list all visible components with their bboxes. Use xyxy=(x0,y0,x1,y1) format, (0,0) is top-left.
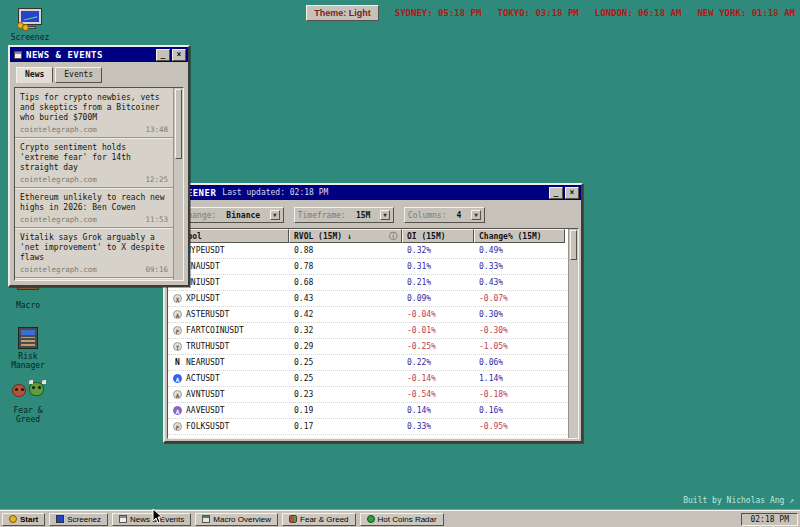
desktop-icon-risk-manager[interactable]: Risk Manager xyxy=(2,327,54,370)
newspaper-icon xyxy=(14,51,22,59)
change-cell: -1.05% xyxy=(474,342,565,351)
column-header[interactable]: RVOL (15M) ↓ⓘ xyxy=(289,229,402,243)
table-row[interactable]: EENAUSDT0.780.31%0.33% xyxy=(168,259,568,275)
dropdown-value: 15M xyxy=(350,211,376,220)
symbol-cell: NNEARUSDT xyxy=(168,358,289,367)
start-button[interactable]: Start xyxy=(2,513,45,526)
oi-cell: 0.21% xyxy=(402,278,474,287)
oi-cell: 0.14% xyxy=(402,406,474,415)
symbol-text: HYPEUSDT xyxy=(186,246,225,255)
table-row[interactable]: AAAVEUSDT0.190.14%0.16% xyxy=(168,403,568,419)
close-button[interactable]: × xyxy=(172,49,186,61)
news-events-window[interactable]: NEWS & EVENTS _ × News Events Tips for c… xyxy=(8,45,190,287)
taskbar-button-screenez[interactable]: Screenez xyxy=(49,513,108,526)
news-item[interactable]: Ethereum unlikely to reach new highs in … xyxy=(15,188,173,228)
taskbar-button-label: Fear & Greed xyxy=(300,515,348,524)
coin-badge-icon: T xyxy=(173,342,182,351)
table-row[interactable]: AAVNTUSDT0.23-0.54%-0.18% xyxy=(168,387,568,403)
table-row[interactable]: HHYPEUSDT0.880.32%0.49% xyxy=(168,243,568,259)
column-header[interactable]: OI (15M) xyxy=(402,229,474,243)
scrollbar-thumb[interactable] xyxy=(175,89,182,159)
theme-toggle-button[interactable]: Theme: Light xyxy=(306,5,379,21)
change-cell: -0.95% xyxy=(474,422,565,431)
table-row[interactable]: NNIGHTUSDT0.170.22%0.10% xyxy=(168,435,568,438)
screener-titlebar[interactable]: SCREENER Last updated: 02:18 PM _ × xyxy=(165,185,581,200)
taskbar-button-label: Macro Overview xyxy=(213,515,271,524)
change-cell: -0.07% xyxy=(474,294,565,303)
rvol-cell: 0.17 xyxy=(289,422,402,431)
news-item[interactable]: Tips for crypto newbies, vets and skepti… xyxy=(15,88,173,138)
dropdown-value: 4 xyxy=(450,211,467,220)
dropdown-label: Columns: xyxy=(408,211,447,220)
chevron-down-icon: ▼ xyxy=(471,210,481,220)
tab-events[interactable]: Events xyxy=(55,67,102,83)
news-meta: cointelegraph.com11:53 xyxy=(20,215,168,224)
desktop-icon-label: Risk Manager xyxy=(2,352,54,370)
change-cell: 0.30% xyxy=(474,310,565,319)
taskbar-button-macro-overview[interactable]: Macro Overview xyxy=(195,513,278,526)
change-cell: 0.06% xyxy=(474,358,565,367)
oi-cell: -0.54% xyxy=(402,390,474,399)
symbol-cell: FFARTCOINUSDT xyxy=(168,326,289,335)
news-meta: cointelegraph.com09:16 xyxy=(20,265,168,274)
table-row[interactable]: UUNIUSDT0.680.21%0.43% xyxy=(168,275,568,291)
news-item[interactable]: Bitcoin market fundamentals 'couldn't be… xyxy=(15,278,173,280)
taskbar-button-hot-coins-radar[interactable]: Hot Coins Radar xyxy=(360,513,444,526)
coin-badge-icon: X xyxy=(173,294,182,303)
news-headline: Crypto sentiment holds 'extreme fear' fo… xyxy=(20,143,168,173)
taskbar-button-label: Screenez xyxy=(67,515,101,524)
rvol-cell: 0.32 xyxy=(289,326,402,335)
screener-controls: Exchange:Binance▼Timeframe:15M▼Columns:4… xyxy=(169,204,485,226)
symbol-text: ACTUSDT xyxy=(186,374,220,383)
news-item[interactable]: Vitalik says Grok arguably a 'net improv… xyxy=(15,228,173,278)
desktop-icon-fear-greed[interactable]: Fear & Greed xyxy=(2,381,54,424)
news-meta: cointelegraph.com12:25 xyxy=(20,175,168,184)
taskbar-button-fear-greed[interactable]: Fear & Greed xyxy=(282,513,355,526)
table-row[interactable]: AACTUSDT0.25-0.14%1.14% xyxy=(168,371,568,387)
timeframe-dropdown[interactable]: Timeframe:15M▼ xyxy=(294,207,394,223)
oi-cell: -0.25% xyxy=(402,342,474,351)
taskbar-button-news-events[interactable]: News & Events xyxy=(112,513,191,526)
table-row[interactable]: TTRUTHUSDT0.29-0.25%-1.05% xyxy=(168,339,568,355)
fg-icon xyxy=(289,515,297,523)
coin-badge-icon: A xyxy=(173,374,182,383)
scrollbar-thumb[interactable] xyxy=(570,230,577,260)
minimize-button[interactable]: _ xyxy=(549,187,563,199)
calculator-icon xyxy=(15,327,41,349)
rvol-cell: 0.19 xyxy=(289,406,402,415)
screener-window[interactable]: SCREENER Last updated: 02:18 PM _ × Exch… xyxy=(163,183,583,443)
taskbar-button-label: Hot Coins Radar xyxy=(378,515,437,524)
desktop-icon-label: Screenez xyxy=(4,33,56,42)
table-row[interactable]: NNEARUSDT0.250.22%0.06% xyxy=(168,355,568,371)
window-title: NEWS & EVENTS xyxy=(26,50,103,60)
table-row[interactable]: FFARTCOINUSDT0.32-0.01%-0.30% xyxy=(168,323,568,339)
news-titlebar[interactable]: NEWS & EVENTS _ × xyxy=(10,47,188,62)
info-icon[interactable]: ⓘ xyxy=(389,231,397,242)
table-row[interactable]: XXPLUSDT0.430.09%-0.07% xyxy=(168,291,568,307)
minimize-button[interactable]: _ xyxy=(156,49,170,61)
symbol-cell: AAAVEUSDT xyxy=(168,406,289,415)
task-buttons: ScreenezNews & EventsMacro OverviewFear … xyxy=(49,513,443,526)
symbol-text: AAVEUSDT xyxy=(186,406,225,415)
radar-icon xyxy=(367,515,375,523)
news-scrollbar[interactable] xyxy=(173,88,183,280)
table-row[interactable]: FFOLKSUSDT0.170.33%-0.95% xyxy=(168,419,568,435)
columns-dropdown[interactable]: Columns:4▼ xyxy=(404,207,485,223)
table-scrollbar[interactable] xyxy=(568,229,578,438)
column-header[interactable]: Change% (15M) xyxy=(474,229,565,243)
news-source: cointelegraph.com xyxy=(20,215,97,224)
coin-badge-icon: F xyxy=(173,326,182,335)
symbol-text: UNIUSDT xyxy=(186,278,220,287)
last-updated-text: Last updated: 02:18 PM xyxy=(222,188,328,197)
taskbar: Start ScreenezNews & EventsMacro Overvie… xyxy=(0,510,800,527)
chevron-down-icon: ▼ xyxy=(380,210,390,220)
symbol-cell: AAVNTUSDT xyxy=(168,390,289,399)
close-button[interactable]: × xyxy=(565,187,579,199)
desktop-icon-screenez[interactable]: Screenez xyxy=(4,8,56,42)
tab-news[interactable]: News xyxy=(16,67,53,83)
news-headline: Vitalik says Grok arguably a 'net improv… xyxy=(20,233,168,263)
coin-badge-icon: N xyxy=(173,358,182,367)
table-row[interactable]: AASTERUSDT0.42-0.04%0.30% xyxy=(168,307,568,323)
news-icon xyxy=(119,515,127,523)
news-item[interactable]: Crypto sentiment holds 'extreme fear' fo… xyxy=(15,138,173,188)
